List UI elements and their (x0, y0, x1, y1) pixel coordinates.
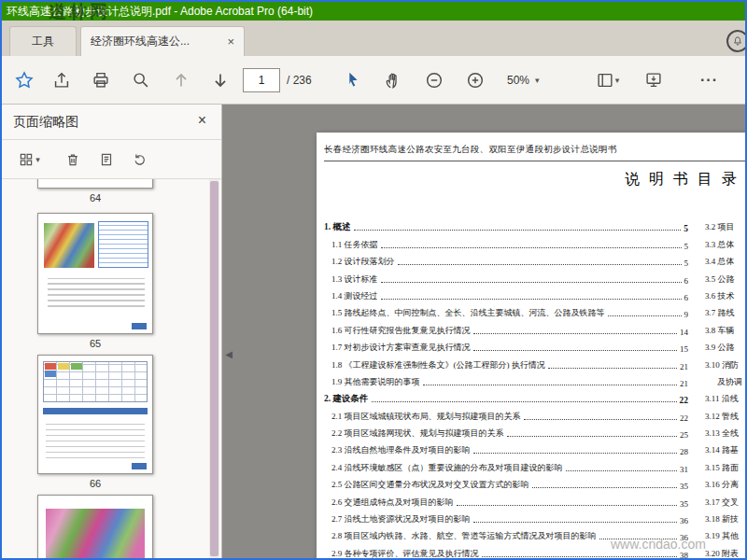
delete-pages-button[interactable] (62, 148, 84, 171)
thumbnail-map-image (44, 223, 94, 268)
toc-entry: 2.7 沿线土地资源状况及对项目的影响36 (324, 509, 688, 525)
minus-circle-icon (424, 70, 444, 91)
hand-icon (383, 70, 403, 91)
tab-bar: 工具 经济圈环线高速公... × (2, 21, 745, 56)
toc-right-column: 3.2 项目 3.3 总体 3.4 总体 3.5 公路 3.6 技术 3.7 路… (705, 217, 745, 558)
dot-leader (482, 556, 678, 557)
window-title: 环线高速公路初步设计总说明.pdf - Adobe Acrobat Pro (6… (7, 5, 313, 18)
toc-fragment: 3.17 交叉 (705, 491, 745, 508)
panel-close-button[interactable]: × (198, 112, 206, 129)
thumbnail-label-66: 66 (2, 478, 189, 489)
thumbnail-text-lines (46, 421, 145, 458)
toc-left-column: 1. 概述5 1.1 任务依据5 1.2 设计段落划分5 1.3 设计标准6 1… (324, 217, 688, 558)
tab-close-icon[interactable]: × (227, 35, 234, 48)
toc-entry: 2.3 沿线自然地理条件及对项目的影响28 (324, 440, 688, 456)
dot-leader (532, 487, 678, 488)
chevron-down-icon: ▾ (615, 76, 620, 85)
notification-button[interactable] (726, 30, 747, 52)
previous-page-button[interactable] (168, 67, 194, 93)
thumbnails-panel-title: 页面缩略图 (13, 114, 78, 131)
scrollbar-thumb[interactable] (210, 181, 218, 556)
share-icon (51, 70, 72, 91)
dot-leader (381, 247, 682, 248)
table-cell-blue (45, 371, 56, 377)
toc-fragment: 3.20 附表 (705, 542, 745, 558)
thumbnail-page-partial[interactable] (37, 495, 153, 558)
toc-entry: 2.5 公路区间交通量分布状况及对交叉设置方式的影响35 (324, 474, 688, 491)
toc-fragment: 3.15 路面 (705, 456, 745, 473)
toc-fragment: 3.18 新技 (705, 509, 745, 525)
toc-entry: 1.9 其他需要说明的事项21 (324, 371, 688, 388)
print-button[interactable] (88, 67, 114, 93)
toc-entry: 2.6 交通组成特点及对项目的影响35 (324, 491, 688, 508)
dot-leader (566, 470, 678, 471)
panel-collapse-handle[interactable]: ◀ (222, 340, 235, 368)
toc-fragment: 3.14 路基 (705, 440, 745, 456)
thumbnails-panel-header: 页面缩略图 × (2, 105, 221, 140)
arrow-up-icon (171, 70, 191, 91)
chevron-down-icon: ▾ (535, 76, 540, 85)
tab-document[interactable]: 经济圈环线高速公... × (80, 26, 245, 56)
zoom-level-value: 50% (507, 74, 529, 87)
hand-tool-button[interactable] (380, 67, 406, 93)
toc-entry: 2.1 项目区域城镇现状布局、规划与拟建项目的关系22 (324, 405, 688, 422)
thumbnail-list: 64 65 66 (2, 179, 221, 558)
toc-entry: 2.2 项目区域路网现状、规划与拟建项目的关系25 (324, 423, 688, 440)
dot-leader (548, 368, 677, 369)
tab-tools[interactable]: 工具 (9, 26, 77, 56)
toc-fragment: 3.4 总体 (705, 251, 745, 268)
toc-entry: 2. 建设条件22 (324, 388, 688, 405)
table-cell-green (71, 363, 82, 370)
dot-leader (507, 436, 678, 437)
star-icon (14, 70, 35, 91)
toc-entry: 1. 概述5 (324, 217, 688, 233)
rotate-icon (132, 151, 148, 168)
toc-entry: 1.6 可行性研究报告批复意见执行情况14 (324, 319, 688, 336)
dot-leader (457, 505, 678, 506)
toc-fragment: 3.10 消防 (705, 354, 745, 371)
toc-fragment: 3.7 路线 (705, 302, 745, 319)
search-button[interactable] (128, 67, 154, 93)
dot-leader (473, 333, 678, 334)
chevron-down-icon: ▾ (35, 155, 40, 164)
next-page-button[interactable] (207, 67, 233, 93)
rotate-page-button[interactable] (129, 148, 151, 171)
dot-leader (381, 299, 682, 300)
document-area: ◀ 长春经济圈环线高速公路农安至九台段、双阳至伊通段初步设计总说明书 说 明 书… (222, 105, 745, 558)
favorites-star-button[interactable] (11, 67, 37, 93)
thumbnail-blue-band (43, 408, 148, 414)
title-bar: 环线高速公路初步设计总说明.pdf - Adobe Acrobat Pro (6… (2, 2, 745, 21)
share-button[interactable] (49, 67, 75, 93)
toc-fragment: 3.16 分离 (705, 474, 745, 491)
dot-leader (473, 522, 678, 523)
dot-leader (608, 315, 682, 316)
thumbnail-text-lines (48, 275, 145, 307)
toc-fragment: 3.12 管线 (705, 405, 745, 422)
page-display-button[interactable]: ▾ (588, 67, 626, 93)
zoom-level-dropdown[interactable]: 50% ▾ (507, 74, 540, 87)
thumbnail-page-65[interactable] (37, 213, 153, 334)
thumbnail-page-66[interactable] (37, 355, 153, 474)
select-tool-button[interactable] (340, 67, 366, 93)
zoom-out-button[interactable] (421, 67, 447, 93)
cursor-icon (343, 70, 363, 91)
zoom-in-button[interactable] (462, 67, 488, 93)
toc-entry: 1.7 对初步设计方案审查意见执行情况15 (324, 337, 688, 354)
app-window: 环线高速公路初步设计总说明.pdf - Adobe Acrobat Pro (6… (0, 0, 747, 560)
thumbnail-logo (132, 323, 147, 329)
thumbnail-options-button[interactable]: ▾ (13, 148, 45, 171)
page-icon (98, 151, 115, 168)
toc-entry: 2.4 沿线环境敏感区（点）重要设施的分布及对项目建设的影响31 (324, 456, 688, 473)
print-icon (91, 70, 111, 91)
thumbnail-page-64[interactable] (37, 179, 153, 189)
more-tools-button[interactable]: ··· (700, 72, 718, 89)
thumbnails-scrollbar[interactable] (209, 179, 219, 558)
page-number-input[interactable] (243, 68, 280, 92)
insert-page-button[interactable] (95, 148, 118, 171)
thumbnail-legend-table (98, 221, 148, 268)
thumbnail-table-image (43, 361, 148, 402)
thumbnail-label-64: 64 (2, 192, 189, 203)
thumbnails-panel: 页面缩略图 × ▾ (2, 105, 222, 558)
fullscreen-button[interactable] (641, 67, 667, 93)
toc-entry: 1.3 设计标准6 (324, 268, 688, 285)
